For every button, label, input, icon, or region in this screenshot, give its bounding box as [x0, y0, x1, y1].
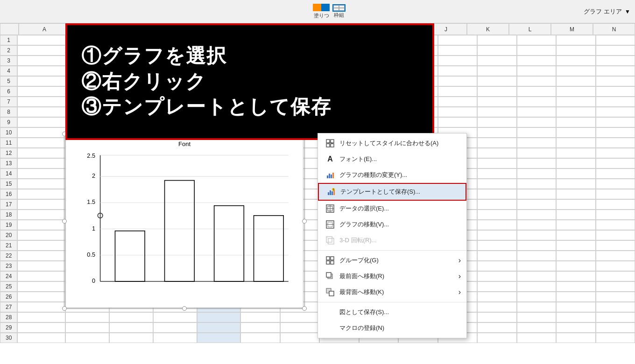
cell-n17[interactable]	[556, 199, 595, 210]
menu-item-macro[interactable]: マクロの登録(N)	[318, 320, 466, 336]
menu-item-change-chart-type[interactable]: グラフの種類の変更(Y)...	[318, 167, 466, 183]
cell-o23[interactable]	[596, 261, 635, 271]
cell-a5[interactable]	[17, 76, 65, 86]
cell-l15[interactable]	[477, 179, 516, 189]
cell-k4[interactable]	[438, 66, 477, 76]
cell-m5[interactable]	[517, 76, 556, 86]
fill-button[interactable]: 塗りつ	[313, 4, 330, 19]
cell-l5[interactable]	[477, 76, 516, 86]
cell-a17[interactable]	[17, 199, 65, 210]
cell-m27[interactable]	[517, 302, 556, 312]
cell-g30[interactable]	[280, 333, 319, 343]
cell-m19[interactable]	[517, 220, 556, 230]
cell-n13[interactable]	[556, 158, 595, 168]
cell-m17[interactable]	[517, 199, 556, 210]
cell-o22[interactable]	[596, 251, 635, 261]
cell-l1[interactable]	[477, 35, 516, 45]
menu-item-send-back[interactable]: 最背面へ移動(K)	[318, 284, 466, 300]
cell-m7[interactable]	[517, 97, 556, 107]
cell-a19[interactable]	[17, 220, 65, 230]
cell-n19[interactable]	[556, 220, 595, 230]
cell-n20[interactable]	[556, 230, 595, 240]
cell-n15[interactable]	[556, 179, 595, 189]
cell-n10[interactable]	[556, 127, 595, 138]
cell-l25[interactable]	[477, 281, 516, 292]
cell-d29[interactable]	[153, 322, 197, 333]
cell-c28[interactable]	[109, 312, 153, 322]
cell-o1[interactable]	[596, 35, 635, 45]
cell-o12[interactable]	[596, 148, 635, 158]
cell-a10[interactable]	[17, 127, 65, 138]
menu-item-group[interactable]: グループ化(G)	[318, 252, 466, 268]
cell-o17[interactable]	[596, 199, 635, 210]
cell-a23[interactable]	[17, 261, 65, 271]
cell-a28[interactable]	[17, 312, 65, 322]
cell-l20[interactable]	[477, 230, 516, 240]
cell-b29[interactable]	[65, 322, 109, 333]
cell-a29[interactable]	[17, 322, 65, 333]
cell-k9[interactable]	[438, 117, 477, 127]
cell-o10[interactable]	[596, 127, 635, 138]
cell-l9[interactable]	[477, 117, 516, 127]
cell-g28[interactable]	[280, 312, 319, 322]
cell-n3[interactable]	[556, 56, 595, 66]
cell-o19[interactable]	[596, 220, 635, 230]
cell-n6[interactable]	[556, 86, 595, 97]
cell-f30[interactable]	[240, 333, 280, 343]
cell-n18[interactable]	[556, 210, 595, 220]
cell-o18[interactable]	[596, 210, 635, 220]
menu-item-select-data[interactable]: データの選択(E)...	[318, 201, 466, 217]
menu-item-move-chart[interactable]: グラフの移動(V)...	[318, 217, 466, 232]
cell-a20[interactable]	[17, 230, 65, 240]
cell-o28[interactable]	[596, 312, 635, 322]
menu-item-save-image[interactable]: 図として保存(S)...	[318, 304, 466, 320]
cell-l3[interactable]	[477, 56, 516, 66]
cell-d30[interactable]	[153, 333, 197, 343]
cell-o6[interactable]	[596, 86, 635, 97]
cell-o11[interactable]	[596, 138, 635, 148]
cell-m12[interactable]	[517, 148, 556, 158]
cell-n24[interactable]	[556, 271, 595, 281]
cell-m2[interactable]	[517, 45, 556, 56]
cell-o16[interactable]	[596, 189, 635, 199]
cell-a24[interactable]	[17, 271, 65, 281]
cell-n1[interactable]	[556, 35, 595, 45]
cell-n2[interactable]	[556, 45, 595, 56]
cell-a12[interactable]	[17, 148, 65, 158]
cell-o4[interactable]	[596, 66, 635, 76]
cell-a27[interactable]	[17, 302, 65, 312]
cell-a2[interactable]	[17, 45, 65, 56]
cell-n22[interactable]	[556, 251, 595, 261]
cell-l30[interactable]	[477, 333, 516, 343]
cell-n11[interactable]	[556, 138, 595, 148]
cell-e29[interactable]	[197, 322, 241, 333]
cell-m25[interactable]	[517, 281, 556, 292]
cell-k5[interactable]	[438, 76, 477, 86]
cell-o5[interactable]	[596, 76, 635, 86]
cell-a9[interactable]	[17, 117, 65, 127]
cell-k8[interactable]	[438, 107, 477, 117]
cell-l28[interactable]	[477, 312, 516, 322]
cell-n7[interactable]	[556, 97, 595, 107]
cell-b30[interactable]	[65, 333, 109, 343]
cell-n12[interactable]	[556, 148, 595, 158]
cell-l21[interactable]	[477, 240, 516, 251]
cell-l2[interactable]	[477, 45, 516, 56]
cell-o26[interactable]	[596, 292, 635, 302]
chart-area-dropdown[interactable]: グラフ エリア ▼	[584, 0, 635, 23]
cell-m16[interactable]	[517, 189, 556, 199]
cell-k3[interactable]	[438, 56, 477, 66]
cell-n8[interactable]	[556, 107, 595, 117]
cell-m14[interactable]	[517, 168, 556, 179]
cell-n16[interactable]	[556, 189, 595, 199]
cell-a1[interactable]	[17, 35, 65, 45]
cell-a6[interactable]	[17, 86, 65, 97]
cell-l18[interactable]	[477, 210, 516, 220]
cell-a18[interactable]	[17, 210, 65, 220]
cell-l27[interactable]	[477, 302, 516, 312]
cell-n30[interactable]	[556, 333, 595, 343]
cell-e28[interactable]	[197, 312, 241, 322]
cell-n26[interactable]	[556, 292, 595, 302]
cell-o7[interactable]	[596, 97, 635, 107]
cell-l29[interactable]	[477, 322, 516, 333]
